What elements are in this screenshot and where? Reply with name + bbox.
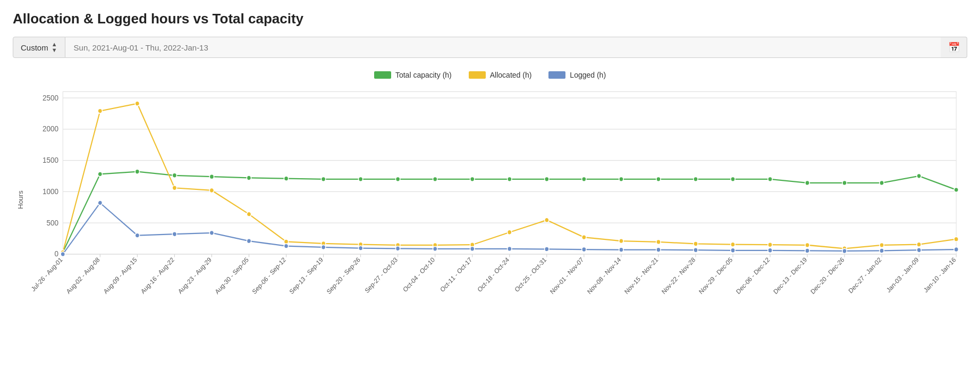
svg-point-78 — [619, 177, 623, 181]
svg-point-90 — [135, 101, 139, 106]
legend-label-logged: Logged (h) — [570, 71, 606, 79]
calendar-icon: 📅 — [948, 41, 960, 53]
svg-point-111 — [917, 242, 921, 247]
svg-point-91 — [172, 186, 176, 190]
svg-point-69 — [284, 176, 288, 181]
svg-point-115 — [135, 233, 139, 238]
chart-wrapper: Hours 05001000150020002500Jul-26 - Aug-0… — [13, 86, 967, 314]
svg-text:Nov-22 - Nov-28: Nov-22 - Nov-28 — [660, 256, 697, 296]
calendar-button[interactable]: 📅 — [941, 37, 967, 58]
controls-bar: Custom ▲▼ 📅 — [13, 37, 967, 58]
svg-point-89 — [98, 108, 102, 113]
svg-point-74 — [470, 177, 475, 181]
svg-point-137 — [954, 247, 958, 252]
svg-text:Oct-11 - Oct-17: Oct-11 - Oct-17 — [439, 256, 474, 294]
svg-point-123 — [433, 246, 437, 251]
svg-point-112 — [954, 237, 958, 241]
svg-point-85 — [880, 180, 884, 185]
svg-point-68 — [247, 176, 251, 180]
legend-color-logged — [548, 71, 565, 79]
svg-text:Oct-25 - Oct-31: Oct-25 - Oct-31 — [513, 256, 548, 294]
svg-text:Dec-06 - Dec-12: Dec-06 - Dec-12 — [734, 256, 771, 296]
chart-inner: 05001000150020002500Jul-26 - Aug-01Aug-0… — [30, 86, 967, 314]
svg-point-119 — [284, 244, 288, 248]
svg-text:Aug-30 - Sep-05: Aug-30 - Sep-05 — [214, 256, 250, 296]
svg-point-75 — [508, 177, 512, 181]
svg-text:Aug-09 - Aug-15: Aug-09 - Aug-15 — [102, 256, 138, 296]
svg-text:2500: 2500 — [43, 93, 58, 102]
chart-svg: 05001000150020002500Jul-26 - Aug-01Aug-0… — [30, 86, 967, 314]
period-select[interactable]: Custom ▲▼ — [13, 37, 65, 58]
svg-point-132 — [768, 248, 772, 253]
svg-text:Nov-29 - Dec-05: Nov-29 - Dec-05 — [697, 256, 734, 296]
svg-point-103 — [619, 239, 623, 244]
svg-point-81 — [731, 177, 735, 181]
svg-text:Dec-27 - Jan-02: Dec-27 - Jan-02 — [847, 256, 883, 295]
svg-point-117 — [209, 230, 214, 235]
svg-point-79 — [656, 177, 661, 181]
legend-label-total: Total capacity (h) — [395, 71, 452, 79]
period-select-label: Custom — [21, 43, 48, 52]
legend-label-allocated: Allocated (h) — [490, 71, 532, 79]
svg-point-118 — [247, 239, 251, 244]
svg-text:1000: 1000 — [43, 187, 58, 196]
svg-text:Oct-18 - Oct-24: Oct-18 - Oct-24 — [476, 256, 511, 294]
chart-area: Total capacity (h) Allocated (h) Logged … — [13, 71, 967, 331]
svg-point-84 — [842, 180, 847, 185]
svg-point-125 — [508, 246, 512, 251]
svg-point-87 — [954, 187, 958, 192]
svg-point-108 — [805, 243, 809, 247]
svg-point-93 — [247, 212, 251, 216]
svg-point-83 — [805, 180, 809, 185]
svg-point-72 — [395, 177, 400, 181]
svg-point-65 — [135, 169, 139, 174]
svg-point-113 — [61, 252, 65, 256]
y-axis-label: Hours — [13, 86, 28, 314]
svg-text:1500: 1500 — [43, 156, 58, 165]
svg-point-129 — [656, 247, 661, 252]
svg-point-130 — [694, 248, 698, 253]
legend-color-allocated — [469, 71, 486, 79]
page-title: Allocation & Logged hours vs Total capac… — [13, 11, 967, 27]
svg-point-116 — [172, 232, 176, 237]
svg-text:Nov-15 - Nov-21: Nov-15 - Nov-21 — [623, 256, 660, 296]
svg-text:500: 500 — [46, 218, 58, 227]
svg-point-86 — [917, 173, 921, 178]
svg-point-131 — [731, 248, 735, 253]
svg-text:Nov-01 - Nov-07: Nov-01 - Nov-07 — [548, 256, 585, 296]
svg-point-105 — [694, 241, 698, 246]
legend-allocated: Allocated (h) — [469, 71, 532, 79]
svg-point-100 — [508, 230, 512, 235]
svg-point-101 — [545, 218, 549, 222]
svg-point-71 — [358, 177, 362, 181]
svg-text:2000: 2000 — [43, 124, 58, 133]
svg-text:Oct-04 - Oct-10: Oct-04 - Oct-10 — [402, 256, 436, 294]
svg-text:Aug-16 - Aug-22: Aug-16 - Aug-22 — [139, 256, 175, 296]
svg-text:Sep-27 - Oct-03: Sep-27 - Oct-03 — [364, 256, 399, 295]
svg-text:Dec-20 - Dec-26: Dec-20 - Dec-26 — [809, 256, 846, 296]
svg-point-73 — [433, 177, 437, 181]
svg-point-133 — [805, 248, 809, 253]
svg-point-107 — [768, 243, 772, 247]
svg-point-127 — [582, 247, 586, 252]
svg-point-104 — [656, 239, 661, 244]
date-range-input[interactable] — [65, 37, 941, 58]
svg-text:Nov-08 - Nov-14: Nov-08 - Nov-14 — [586, 256, 622, 296]
legend-total: Total capacity (h) — [374, 71, 452, 79]
svg-text:Dec-13 - Dec-19: Dec-13 - Dec-19 — [772, 256, 808, 296]
svg-point-124 — [470, 246, 475, 251]
svg-point-135 — [880, 248, 884, 253]
svg-point-64 — [98, 172, 102, 177]
legend-logged: Logged (h) — [548, 71, 606, 79]
svg-text:Jul-26 - Aug-01: Jul-26 - Aug-01 — [30, 256, 64, 293]
svg-point-134 — [842, 248, 847, 253]
svg-point-136 — [917, 248, 921, 253]
chart-legend: Total capacity (h) Allocated (h) Logged … — [13, 71, 967, 79]
svg-point-126 — [545, 247, 549, 252]
svg-text:Aug-23 - Aug-29: Aug-23 - Aug-29 — [176, 256, 213, 296]
svg-text:Sep-20 - Sep-26: Sep-20 - Sep-26 — [325, 256, 362, 296]
svg-text:Aug-02 - Aug-08: Aug-02 - Aug-08 — [65, 256, 101, 296]
svg-point-66 — [172, 173, 176, 178]
svg-point-110 — [880, 243, 884, 247]
svg-point-67 — [209, 174, 214, 179]
